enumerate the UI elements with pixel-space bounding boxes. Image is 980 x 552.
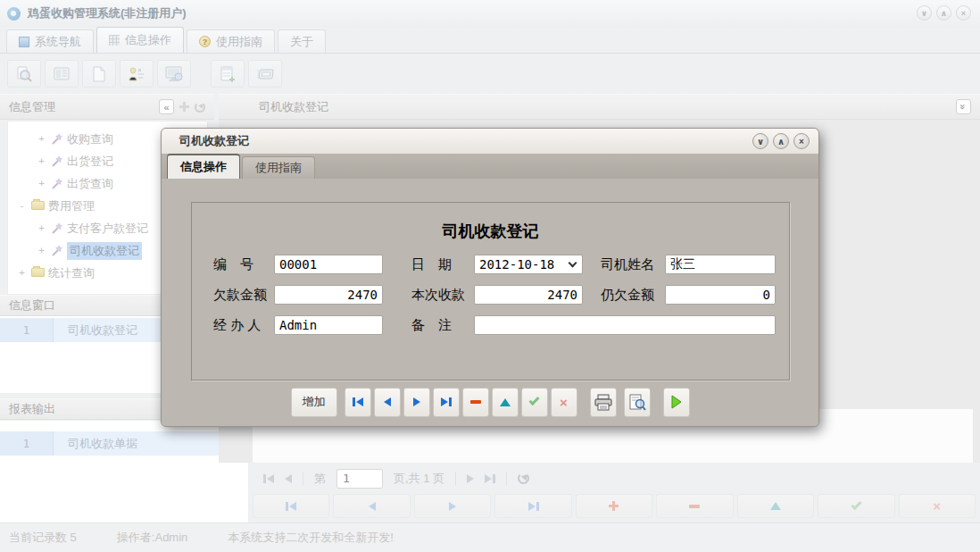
save-button[interactable]	[521, 388, 548, 417]
remark-field[interactable]	[474, 315, 776, 335]
tree-expander[interactable]: +	[37, 155, 46, 167]
monitor-view-button[interactable]	[157, 60, 191, 88]
dialog-maximize-button[interactable]: ∧	[773, 133, 789, 149]
record-count-label: 当前记录数 5	[9, 530, 77, 546]
record-prev-button[interactable]	[333, 494, 410, 518]
add-button[interactable]: 增加	[291, 388, 337, 417]
tab-label: 使用指南	[255, 160, 302, 176]
wand-icon	[51, 245, 63, 257]
search-button[interactable]	[7, 60, 41, 88]
tab-info-operation[interactable]: 信息操作	[96, 27, 184, 53]
dialog-close-button[interactable]: ×	[793, 133, 810, 149]
last-record-button[interactable]	[433, 388, 460, 417]
export-print-button[interactable]	[248, 60, 282, 88]
print-preview-button[interactable]	[624, 388, 651, 417]
tree-expander[interactable]: +	[37, 222, 46, 234]
tab-label: 信息操作	[125, 32, 171, 48]
tree-item-label: 统计查询	[48, 265, 95, 281]
window-titlebar: 鸡蛋收购管理系统(非注册用户) ∨ ∧ ×	[0, 0, 980, 27]
tree-expander[interactable]: +	[17, 267, 27, 279]
wand-icon	[51, 133, 63, 146]
payment-amount-field[interactable]	[474, 285, 583, 305]
status-message: 本系统支持二次开发和全新开发!	[228, 530, 394, 546]
prev-page-button[interactable]	[285, 474, 292, 483]
form-add-icon	[219, 65, 237, 83]
sidebar-header-info-management[interactable]: 信息管理 «	[0, 94, 214, 120]
first-record-button[interactable]	[345, 388, 371, 417]
record-add-button[interactable]	[576, 494, 652, 518]
add-icon[interactable]	[179, 102, 189, 112]
tree-item-label-selected: 司机收款登记	[67, 242, 142, 260]
record-save-button[interactable]	[818, 494, 894, 518]
nav-square-icon	[19, 37, 29, 47]
form-add-button[interactable]	[211, 60, 245, 88]
window-close-button[interactable]: ×	[956, 5, 971, 21]
list-item[interactable]: 1 司机收款单据	[0, 431, 248, 456]
record-last-button[interactable]	[494, 494, 571, 518]
report-output-list: 1 司机收款单据	[0, 421, 248, 523]
last-page-button[interactable]	[485, 474, 495, 483]
separator	[455, 472, 456, 486]
record-cancel-button[interactable]: ×	[899, 494, 976, 518]
document-icon	[90, 65, 108, 83]
dialog-minimize-button[interactable]: ∨	[752, 133, 768, 149]
tree-expander[interactable]: -	[17, 200, 27, 212]
run-report-button[interactable]	[663, 388, 690, 417]
main-toolbar	[0, 54, 980, 93]
new-document-button[interactable]	[82, 60, 116, 88]
refresh-icon[interactable]	[195, 102, 205, 113]
folder-icon	[31, 201, 45, 210]
record-edit-button[interactable]	[737, 494, 814, 518]
delete-button[interactable]	[462, 388, 489, 417]
print-button[interactable]	[590, 388, 617, 417]
app-logo-icon	[7, 7, 21, 21]
record-next-button[interactable]	[414, 494, 491, 518]
folder-icon	[31, 268, 45, 277]
page-number-input[interactable]	[336, 469, 383, 489]
sidebar-collapse-button[interactable]: «	[159, 99, 174, 114]
panel-collapse-up-icon[interactable]: »	[956, 99, 971, 114]
tree-expander[interactable]: +	[37, 178, 46, 189]
remaining-amount-field[interactable]	[665, 285, 776, 305]
record-first-button[interactable]	[253, 494, 329, 518]
tab-label: 使用指南	[216, 34, 262, 50]
window-maximize-button[interactable]: ∧	[936, 5, 951, 21]
tab-user-guide[interactable]: 使用指南	[187, 29, 275, 53]
refresh-icon[interactable]	[518, 473, 529, 484]
tab-system-nav[interactable]: 系统导航	[6, 29, 94, 53]
tree-item-label: 出货查询	[67, 176, 113, 192]
date-combobox[interactable]: 2012-10-18	[474, 255, 583, 274]
dialog-tab-user-guide[interactable]: 使用指南	[242, 156, 315, 179]
chevron-down-icon[interactable]	[569, 259, 577, 268]
window-minimize-button[interactable]: ∨	[917, 5, 932, 21]
help-icon	[199, 36, 211, 47]
edit-button[interactable]	[492, 388, 519, 417]
tab-about[interactable]: 关于	[278, 29, 326, 53]
printer-icon	[594, 394, 612, 411]
owed-amount-field[interactable]	[274, 285, 383, 305]
dialog-title: 司机收款登记	[179, 133, 249, 149]
user-report-button[interactable]	[120, 60, 154, 88]
dialog-titlebar[interactable]: 司机收款登记 ∨ ∧ ×	[162, 129, 818, 154]
next-page-button[interactable]	[467, 474, 474, 483]
tree-expander[interactable]: +	[37, 133, 46, 145]
report-button[interactable]	[45, 60, 79, 88]
remaining-amount-label: 仍欠金额	[601, 285, 654, 305]
tab-label: 关于	[290, 34, 313, 50]
report-icon	[53, 65, 71, 83]
record-delete-button[interactable]	[656, 494, 733, 518]
operator-field[interactable]	[274, 315, 383, 335]
next-record-button[interactable]	[403, 388, 430, 417]
tree-expander[interactable]: +	[37, 245, 46, 256]
prev-record-button[interactable]	[374, 388, 401, 417]
number-field[interactable]	[274, 255, 383, 274]
dialog-button-bar: 增加 ×	[162, 387, 818, 417]
separator	[303, 472, 303, 486]
cancel-button[interactable]: ×	[551, 388, 577, 417]
driver-name-field[interactable]	[665, 255, 776, 274]
dialog-tab-info-operation[interactable]: 信息操作	[167, 154, 240, 179]
pagination-bar: 第 页,共 1 页	[253, 463, 973, 494]
status-bar: 当前记录数 5 操作者:Admin 本系统支持二次开发和全新开发!	[0, 523, 980, 552]
record-nav-bar: ×	[253, 494, 976, 518]
first-page-button[interactable]	[263, 474, 274, 483]
